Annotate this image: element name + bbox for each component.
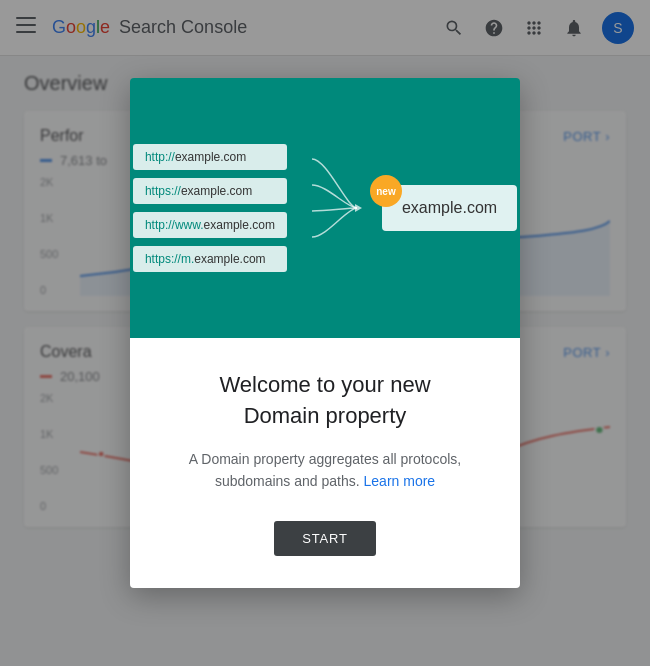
domain-box: example.com [382,185,517,231]
url-item-1: http://example.com [133,144,287,170]
arrow-svg [307,143,362,273]
domain-target-container: new example.com [382,185,517,231]
url-list: http://example.com https://example.com h… [133,144,287,272]
learn-more-link[interactable]: Learn more [364,473,436,489]
modal-title: Welcome to your new Domain property [170,370,480,432]
modal-illustration: http://example.com https://example.com h… [130,78,520,338]
domain-diagram: http://example.com https://example.com h… [130,143,520,273]
url-item-2: https://example.com [133,178,287,204]
domain-property-modal: http://example.com https://example.com h… [130,78,520,587]
url-item-3: http://www.example.com [133,212,287,238]
modal-overlay: http://example.com https://example.com h… [0,0,650,666]
modal-content: Welcome to your new Domain property A Do… [130,338,520,587]
svg-marker-5 [355,204,362,212]
url-item-4: https://m.example.com [133,246,287,272]
modal-description: A Domain property aggregates all protoco… [170,448,480,493]
start-button[interactable]: START [274,521,375,556]
